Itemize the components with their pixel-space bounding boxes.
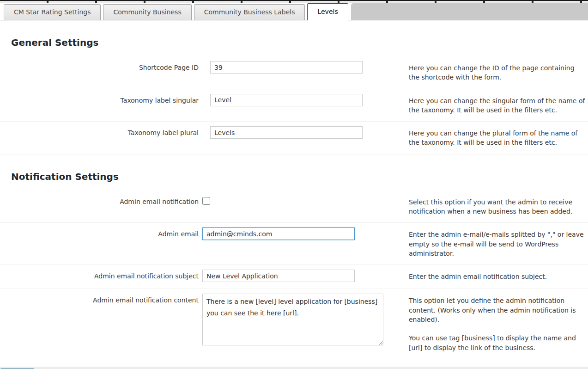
- settings-content: General SettingsShortcode Page IDHere yo…: [0, 37, 588, 359]
- field-help: Select this option if you want the admin…: [409, 195, 587, 216]
- section-title-general: General Settings: [11, 37, 588, 48]
- tab-bar-filler: [351, 3, 588, 20]
- tab-cm-star-rating-settings[interactable]: CM Star Rating Settings: [4, 4, 101, 20]
- settings-row-admin-email-notification: Admin email notificationSelect this opti…: [0, 191, 588, 223]
- field-label: Admin email notification content: [0, 294, 199, 304]
- field-control: [199, 94, 409, 106]
- settings-tab-bar: CM Star Rating SettingsCommunity Busines…: [0, 3, 588, 20]
- tab-community-business-labels[interactable]: Community Business Labels: [194, 4, 305, 20]
- field-control: [199, 61, 409, 74]
- field-help: Here you can change the singular form of…: [409, 94, 587, 115]
- field-control: [199, 195, 409, 207]
- field-help: Enter the admin e-mail/e-mails splitted …: [409, 228, 587, 258]
- admin-email-notification-checkbox[interactable]: [202, 197, 210, 205]
- field-label: Taxonomy label singular: [0, 94, 199, 104]
- settings-row-admin-email-notification-content: Admin email notification contentThere is…: [0, 289, 588, 359]
- field-label: Taxonomy label plural: [0, 126, 199, 136]
- admin-email-notification-subject-input[interactable]: [202, 270, 355, 282]
- cropped-browser-tabs-strip: [0, 0, 588, 3]
- admin-email-input[interactable]: [202, 228, 355, 240]
- section-title-notification: Notification Settings: [11, 171, 588, 182]
- settings-row-taxonomy-label-plural: Taxonomy label pluralHere you can change…: [0, 122, 588, 154]
- field-help: Here you can change the plural form of t…: [409, 126, 587, 148]
- field-label: Admin email: [0, 228, 199, 238]
- settings-row-shortcode-page-id: Shortcode Page IDHere you can change the…: [0, 56, 588, 89]
- field-control: [199, 126, 409, 139]
- plugin-settings-page: CM Star Rating SettingsCommunity Busines…: [0, 0, 588, 369]
- field-label: Admin email notification: [0, 195, 199, 205]
- settings-row-admin-email: Admin emailEnter the admin e-mail/e-mail…: [0, 223, 588, 265]
- field-label: Shortcode Page ID: [0, 61, 199, 71]
- field-control: [199, 228, 409, 240]
- settings-row-taxonomy-label-singular: Taxonomy label singularHere you can chan…: [0, 89, 588, 122]
- field-help: This option let you define the admin not…: [409, 294, 587, 352]
- taxonomy-label-plural-input[interactable]: [210, 126, 363, 139]
- settings-row-admin-email-notification-subject: Admin email notification subjectEnter th…: [0, 265, 588, 289]
- field-help: Here you can change the ID of the page c…: [409, 61, 587, 82]
- taxonomy-label-singular-input[interactable]: [210, 94, 363, 106]
- admin-email-notification-content-textarea[interactable]: There is a new [level] level application…: [202, 294, 383, 345]
- field-control: There is a new [level] level application…: [199, 294, 409, 347]
- field-control: [199, 270, 409, 282]
- shortcode-page-id-input[interactable]: [210, 61, 363, 74]
- footer-bar: Update: [0, 367, 588, 369]
- field-label: Admin email notification subject: [0, 270, 199, 280]
- tab-levels[interactable]: Levels: [307, 3, 348, 20]
- field-help: Enter the admin email notification subje…: [409, 270, 587, 281]
- tab-community-business[interactable]: Community Business: [103, 4, 191, 20]
